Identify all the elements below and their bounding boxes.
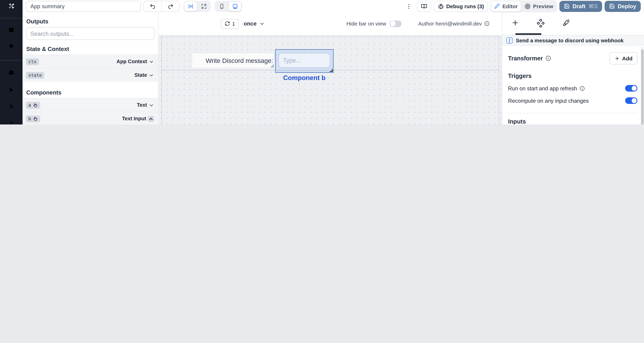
preview-label: Preview [533, 3, 553, 9]
output-row-state[interactable]: state State [23, 68, 158, 82]
undo-redo-group [144, 0, 180, 12]
chevron-up-icon[interactable] [148, 116, 154, 121]
left-nav-rail [0, 0, 23, 124]
component-row-b[interactable]: b Text Input [23, 112, 158, 124]
draft-label: Draft [572, 3, 586, 9]
run-on-start-row: Run on start and app refresh [508, 85, 638, 92]
kebab-menu-icon[interactable] [406, 3, 412, 9]
device-toggle-group [215, 0, 242, 12]
run-on-start-toggle[interactable] [625, 85, 638, 92]
ctx-type-label: App Context [116, 59, 147, 64]
component-b-selected[interactable]: Type... [275, 49, 334, 73]
component-a-value: Write Discord message: [206, 57, 273, 64]
chevron-down-icon[interactable] [149, 102, 154, 108]
app-summary-input[interactable]: App summary [26, 0, 141, 12]
transformer-title: Transformer [508, 55, 543, 62]
paintbrush-icon [562, 19, 570, 27]
info-icon[interactable] [484, 21, 490, 26]
add-transformer-button[interactable]: Add [610, 52, 638, 64]
tab-insert-component[interactable] [502, 19, 528, 27]
fullscreen-button[interactable] [198, 2, 210, 11]
undo-button[interactable] [144, 1, 161, 11]
component-outline-icon [188, 3, 194, 9]
mobile-view-button[interactable] [216, 2, 228, 11]
text-input-component[interactable]: Type... [278, 53, 330, 68]
smartphone-icon [219, 3, 225, 9]
right-panel-scrollbar[interactable] [641, 47, 644, 124]
hide-bar-toggle[interactable] [390, 20, 402, 27]
info-icon[interactable] [580, 86, 585, 91]
selected-runnable-header: f Send a message to discord using webhoo… [502, 35, 644, 46]
components-title: Components [26, 89, 158, 96]
component-b-type: Text Input [122, 116, 146, 122]
component-row-a[interactable]: a Text [23, 98, 158, 112]
desktop-icon [232, 3, 238, 9]
redo-icon [168, 3, 174, 9]
plus-icon [511, 19, 519, 27]
app-editor-window: App summary Debug runs (3) Editor [0, 0, 644, 124]
save-icon [564, 3, 570, 9]
state-badge: state [26, 72, 44, 79]
refresh-count-button[interactable]: 1 [221, 19, 239, 28]
inputs-title: Inputs [508, 118, 638, 124]
editor-preview-toggle: Editor Preview [490, 0, 557, 12]
runs-icon[interactable] [7, 86, 16, 93]
resources-cubes-icon[interactable] [7, 121, 16, 124]
state-context-title: State & Context [26, 46, 158, 52]
recompute-label: Recompute on any input changes [508, 98, 589, 104]
state-type-label: State [134, 72, 147, 78]
triggers-title: Triggers [508, 73, 638, 79]
tab-editor[interactable]: Editor [491, 1, 521, 11]
interval-select[interactable]: once [244, 20, 265, 27]
output-row-ctx[interactable]: ctx App Context [23, 54, 158, 68]
resize-handle[interactable] [271, 64, 274, 68]
layout-toggle-group [184, 0, 211, 12]
deploy-label: Deploy [618, 3, 636, 9]
redo-button[interactable] [162, 1, 179, 11]
app-canvas[interactable]: Write Discord message: Type... Component… [158, 35, 502, 124]
hide-bar-label: Hide bar on view [346, 20, 386, 27]
active-tab-underline [516, 33, 542, 35]
refresh-icon [225, 21, 230, 26]
refresh-count: 1 [232, 20, 235, 27]
apps-icon[interactable] [7, 27, 16, 33]
rail-divider [0, 60, 23, 60]
tab-preview[interactable]: Preview [522, 1, 556, 11]
draft-button[interactable]: Draft ⌘S [559, 0, 602, 12]
component-a-type: Text [137, 102, 147, 108]
favorites-star-icon[interactable] [7, 43, 16, 49]
recompute-toggle[interactable] [625, 97, 638, 104]
pencil-icon [494, 3, 500, 9]
function-icon: f [506, 37, 512, 43]
top-toolbar: App summary Debug runs (3) Editor [23, 0, 644, 12]
tab-component-settings[interactable] [528, 19, 553, 28]
resize-handle[interactable] [330, 69, 332, 72]
component-diamonds-icon [536, 19, 545, 28]
draft-shortcut: ⌘S [588, 3, 598, 10]
desktop-view-button[interactable] [229, 2, 241, 11]
home-icon[interactable] [7, 69, 16, 76]
chevron-down-icon[interactable] [149, 59, 154, 64]
plus-icon [614, 56, 620, 61]
editor-label: Editor [502, 3, 518, 9]
component-a-text[interactable]: Write Discord message: [192, 53, 274, 68]
settings-panel: f Send a message to discord using webhoo… [502, 12, 644, 124]
settings-tabs [502, 12, 644, 35]
outputs-panel: Outputs Search outputs... State & Contex… [23, 12, 158, 124]
ctx-badge: ctx [26, 58, 39, 65]
docs-button[interactable] [417, 0, 431, 12]
windmill-logo-icon[interactable] [5, 2, 18, 10]
bug-icon [438, 3, 444, 9]
search-outputs-input[interactable]: Search outputs... [26, 27, 155, 40]
billing-dollar-icon[interactable] [7, 104, 16, 110]
debug-runs-button[interactable]: Debug runs (3) [434, 0, 488, 12]
chevron-down-icon[interactable] [149, 72, 154, 78]
type-placeholder: Type... [283, 57, 301, 64]
deploy-button[interactable]: Deploy [604, 0, 640, 12]
info-icon[interactable] [545, 56, 551, 61]
run-on-start-label: Run on start and app refresh [508, 85, 577, 92]
component-outline-button[interactable] [184, 2, 197, 11]
component-b-caption: Component b [275, 74, 334, 82]
undo-icon [150, 3, 156, 9]
tab-styling[interactable] [553, 19, 579, 27]
